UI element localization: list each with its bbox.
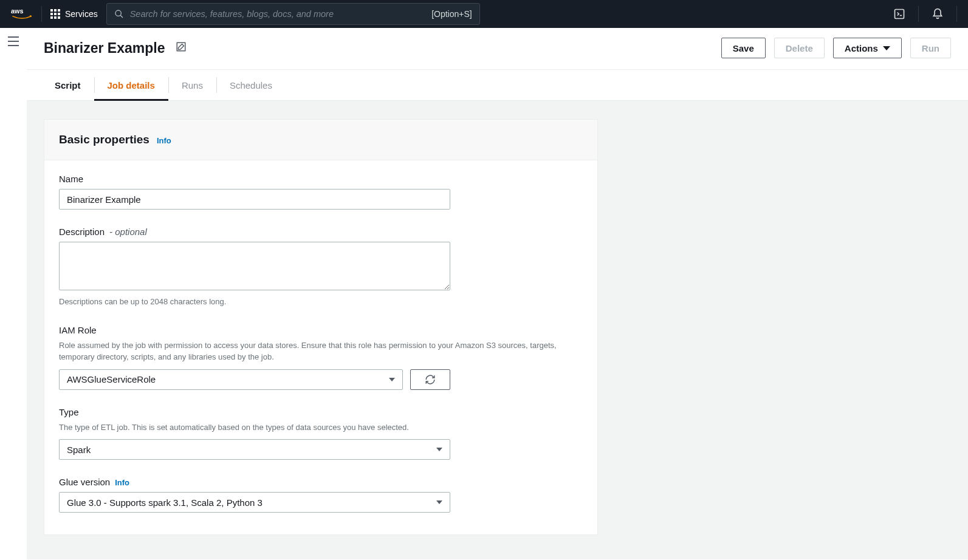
page-title: Binarizer Example bbox=[44, 40, 165, 56]
search-shortcut: [Option+S] bbox=[431, 9, 472, 19]
cloudshell-button[interactable] bbox=[889, 4, 910, 24]
page-title-wrap: Binarizer Example bbox=[44, 40, 187, 56]
bell-icon bbox=[932, 8, 944, 20]
iam-role-select[interactable]: AWSGlueServiceRole bbox=[59, 369, 403, 390]
type-description: The type of ETL job. This is set automat… bbox=[59, 422, 583, 434]
tab-strip: Script Job details Runs Schedules bbox=[27, 70, 968, 101]
search-icon bbox=[114, 9, 124, 19]
caret-down-icon bbox=[883, 46, 890, 50]
name-label: Name bbox=[59, 174, 583, 184]
glue-label-text: Glue version bbox=[59, 477, 110, 487]
global-search[interactable]: [Option+S] bbox=[106, 3, 480, 25]
description-help: Descriptions can be up to 2048 character… bbox=[59, 296, 583, 308]
glue-info-link[interactable]: Info bbox=[115, 478, 129, 487]
services-label: Services bbox=[65, 9, 98, 19]
description-label: Description - optional bbox=[59, 227, 583, 237]
panel-body: Name Description - optional Descriptions… bbox=[44, 160, 597, 534]
page-header: Binarizer Example Save Delete Actions Ru… bbox=[27, 28, 968, 70]
tab-label: Runs bbox=[182, 80, 203, 90]
tab-job-details[interactable]: Job details bbox=[94, 70, 168, 100]
save-label: Save bbox=[733, 43, 754, 53]
tab-runs[interactable]: Runs bbox=[168, 70, 216, 100]
actions-menu-button[interactable]: Actions bbox=[833, 38, 902, 58]
description-label-text: Description bbox=[59, 227, 105, 237]
nav-separator bbox=[918, 6, 919, 22]
delete-label: Delete bbox=[786, 43, 813, 53]
actions-label: Actions bbox=[845, 43, 878, 53]
panel-header: Basic properties Info bbox=[44, 120, 597, 160]
refresh-icon bbox=[425, 374, 436, 385]
iam-label: IAM Role bbox=[59, 325, 583, 335]
cloudshell-icon bbox=[893, 8, 905, 20]
tab-label: Script bbox=[55, 80, 81, 90]
iam-role-row: AWSGlueServiceRole bbox=[59, 369, 583, 390]
type-value: Spark bbox=[67, 445, 91, 455]
edit-title-button[interactable] bbox=[176, 41, 187, 55]
optional-tag: - optional bbox=[109, 227, 147, 237]
svg-line-2 bbox=[120, 15, 123, 18]
grid-icon bbox=[50, 9, 60, 19]
refresh-roles-button[interactable] bbox=[410, 369, 450, 390]
caret-down-icon bbox=[436, 448, 442, 451]
name-input[interactable] bbox=[59, 189, 450, 210]
save-button[interactable]: Save bbox=[721, 38, 766, 58]
glue-label: Glue version Info bbox=[59, 477, 583, 487]
glue-version-value: Glue 3.0 - Supports spark 3.1, Scala 2, … bbox=[67, 497, 263, 508]
services-menu[interactable]: Services bbox=[50, 9, 98, 19]
caret-down-icon bbox=[389, 378, 395, 381]
header-actions: Save Delete Actions Run bbox=[721, 38, 951, 58]
description-input[interactable] bbox=[59, 242, 450, 290]
pencil-icon bbox=[176, 41, 187, 52]
iam-role-value: AWSGlueServiceRole bbox=[67, 374, 156, 384]
aws-logo[interactable]: aws bbox=[11, 7, 33, 21]
main-area: Basic properties Info Name Description -… bbox=[27, 101, 968, 559]
field-name: Name bbox=[59, 174, 583, 210]
run-label: Run bbox=[922, 43, 939, 53]
field-type: Type The type of ETL job. This is set au… bbox=[59, 407, 583, 460]
type-select[interactable]: Spark bbox=[59, 439, 450, 460]
delete-button[interactable]: Delete bbox=[774, 38, 825, 58]
svg-text:aws: aws bbox=[11, 7, 23, 15]
nav-separator bbox=[41, 6, 42, 22]
type-label: Type bbox=[59, 407, 583, 417]
run-button[interactable]: Run bbox=[910, 38, 951, 58]
panel-title: Basic properties bbox=[59, 133, 149, 146]
basic-properties-panel: Basic properties Info Name Description -… bbox=[44, 119, 598, 535]
tab-script[interactable]: Script bbox=[41, 70, 94, 100]
search-input[interactable] bbox=[130, 9, 425, 19]
panel-info-link[interactable]: Info bbox=[157, 136, 171, 145]
field-description: Description - optional Descriptions can … bbox=[59, 227, 583, 308]
notifications-button[interactable] bbox=[927, 4, 948, 24]
field-glue-version: Glue version Info Glue 3.0 - Supports sp… bbox=[59, 477, 583, 513]
tab-label: Job details bbox=[108, 80, 155, 90]
tab-label: Schedules bbox=[230, 80, 272, 90]
field-iam-role: IAM Role Role assumed by the job with pe… bbox=[59, 325, 583, 390]
top-nav: aws Services [Option+S] bbox=[0, 0, 968, 28]
side-nav-toggle[interactable] bbox=[0, 28, 27, 55]
caret-down-icon bbox=[436, 500, 442, 504]
svg-point-1 bbox=[115, 10, 121, 16]
iam-description: Role assumed by the job with permission … bbox=[59, 340, 583, 363]
hamburger-icon bbox=[7, 36, 19, 46]
glue-version-select[interactable]: Glue 3.0 - Supports spark 3.1, Scala 2, … bbox=[59, 492, 450, 513]
page-shell: Binarizer Example Save Delete Actions Ru… bbox=[27, 28, 968, 559]
tab-schedules[interactable]: Schedules bbox=[216, 70, 286, 100]
nav-separator bbox=[956, 6, 957, 22]
